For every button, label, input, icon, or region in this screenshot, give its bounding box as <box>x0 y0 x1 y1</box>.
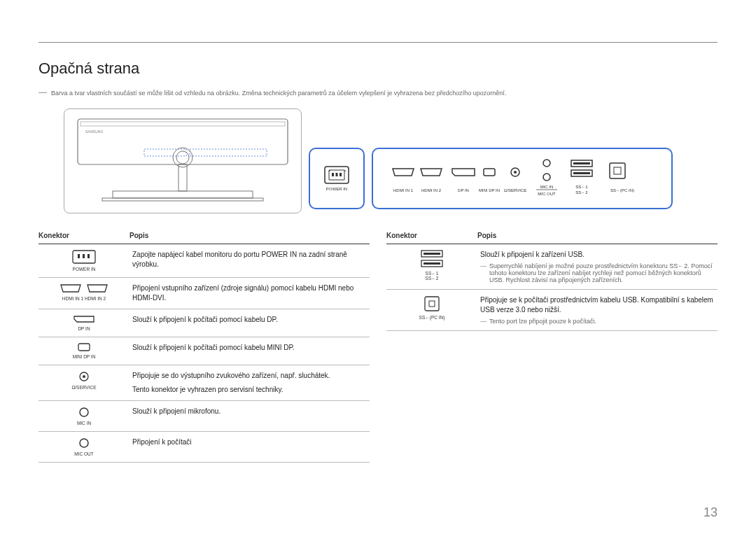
conn-desc2: Tento konektor je vyhrazen pro servisní … <box>132 385 367 395</box>
conn-desc: Připojuje se k počítači prostřednictvím … <box>480 295 715 315</box>
conn-desc: Slouží k připojení k počítači pomocí kab… <box>132 315 367 325</box>
usb-a-dual-icon <box>421 250 443 268</box>
svg-text:Ω/SERVICE: Ω/SERVICE <box>504 188 526 192</box>
svg-text:SS←(PC IN): SS←(PC IN) <box>610 188 634 192</box>
usb-b-icon <box>424 295 440 312</box>
svg-rect-1 <box>80 122 285 126</box>
th-popis: Popis <box>130 227 370 244</box>
left-table-col: Konektor Popis POWER IN Zapojte napájecí… <box>38 227 370 463</box>
table-row: SS←(PC IN) Připojuje se k počítači prost… <box>386 290 718 331</box>
table-row: Ω/SERVICE Připojuje se do výstupního zvu… <box>38 365 370 401</box>
power-icon <box>324 166 349 184</box>
mic-out-icon <box>78 437 90 449</box>
right-table-col: Konektor Popis SS←1 SS←2 <box>386 227 718 463</box>
table-row: HDMI IN 1 HDMI IN 2 Připojení vstupního … <box>38 278 370 309</box>
mini-dp-icon <box>78 343 90 351</box>
top-rule <box>38 42 718 43</box>
table-row: MINI DP IN Slouží k připojení k počítači… <box>38 337 370 365</box>
mic-in-icon <box>78 407 90 418</box>
svg-text:DP IN: DP IN <box>458 188 469 192</box>
svg-rect-29 <box>573 162 590 164</box>
svg-point-42 <box>83 375 85 378</box>
disclaimer: Barva a tvar vlastních součástí se může … <box>38 87 718 97</box>
svg-rect-3 <box>144 149 186 156</box>
svg-text:MINI DP IN: MINI DP IN <box>479 188 500 192</box>
svg-rect-30 <box>573 172 590 174</box>
svg-rect-39 <box>88 254 90 258</box>
svg-point-43 <box>80 408 88 416</box>
svg-text:MIC OUT: MIC OUT <box>538 192 556 196</box>
conn-note: Tento port lze připojit pouze k počítači… <box>480 318 715 325</box>
conn-desc: Slouží k připojení k zařízení USB. <box>480 250 715 260</box>
svg-rect-46 <box>424 253 440 255</box>
conn-label: MIC IN <box>41 421 127 426</box>
table-row: POWER IN Zapojte napájecí kabel monitoru… <box>38 244 370 278</box>
conn-desc: Připojení vstupního zařízení (zdroje sig… <box>132 283 367 303</box>
svg-rect-17 <box>484 169 495 176</box>
conn-label: MIC OUT <box>41 451 127 456</box>
svg-point-6 <box>176 151 189 164</box>
conn-label: SS←(PC IN) <box>389 315 475 320</box>
svg-text:MIC IN: MIC IN <box>540 185 554 189</box>
connectors-table-right: Konektor Popis SS←1 SS←2 <box>386 227 718 331</box>
power-label: POWER IN <box>326 187 347 191</box>
power-port-diagram: POWER IN <box>309 148 365 209</box>
svg-point-23 <box>543 174 550 181</box>
svg-rect-38 <box>83 254 85 258</box>
page-number: 13 <box>704 505 718 520</box>
svg-rect-48 <box>424 262 440 265</box>
connectors-table-left: Konektor Popis POWER IN Zapojte napájecí… <box>38 227 370 463</box>
conn-desc: Připojení k počítači <box>132 437 367 447</box>
svg-point-44 <box>80 439 88 447</box>
svg-point-20 <box>514 171 517 174</box>
table-row: DP IN Slouží k připojení k počítači pomo… <box>38 309 370 337</box>
diagram-row: SAMSUNG POWER IN HDMI IN 1 <box>64 108 718 213</box>
section-title: Opačná strana <box>38 59 718 78</box>
hdmi-icon <box>59 283 108 293</box>
svg-rect-9 <box>102 198 263 201</box>
th-popis: Popis <box>477 227 718 244</box>
svg-point-22 <box>543 160 550 167</box>
svg-rect-33 <box>610 163 625 178</box>
ports-svg: HDMI IN 1 HDMI IN 2 DP IN MINI DP IN Ω/S… <box>379 153 666 204</box>
th-konektor: Konektor <box>38 227 130 244</box>
monitor-svg: SAMSUNG <box>74 115 291 206</box>
conn-label: DP IN <box>41 326 127 331</box>
tables-row: Konektor Popis POWER IN Zapojte napájecí… <box>38 227 718 463</box>
svg-rect-34 <box>614 167 621 174</box>
power-socket-icon <box>72 250 96 264</box>
svg-text:HDMI IN 1: HDMI IN 1 <box>393 188 414 192</box>
svg-rect-50 <box>429 301 435 307</box>
svg-text:SS←2: SS←2 <box>575 190 588 195</box>
conn-label: MINI DP IN <box>41 354 127 359</box>
conn-desc: Slouží k připojení k počítači pomocí kab… <box>132 343 367 353</box>
svg-rect-4 <box>190 149 267 156</box>
conn-label: HDMI IN 1 HDMI IN 2 <box>41 296 127 301</box>
svg-rect-40 <box>78 344 90 351</box>
svg-rect-12 <box>336 173 338 176</box>
disclaimer-text: Barva a tvar vlastních součástí se může … <box>51 90 506 97</box>
conn-desc: Připojuje se do výstupního zvukového zař… <box>132 371 367 381</box>
conn-label: POWER IN <box>41 267 127 272</box>
conn-label: Ω/SERVICE <box>41 385 127 390</box>
dp-icon <box>73 315 95 323</box>
table-row: MIC OUT Připojení k počítači <box>38 432 370 463</box>
svg-text:HDMI IN 2: HDMI IN 2 <box>421 188 442 192</box>
svg-text:SAMSUNG: SAMSUNG <box>85 129 103 134</box>
monitor-rear-diagram: SAMSUNG <box>64 108 302 213</box>
conn-desc: Slouží k připojení mikrofonu. <box>132 407 367 416</box>
svg-rect-7 <box>178 164 187 191</box>
svg-rect-13 <box>340 173 342 176</box>
svg-text:SS←1: SS←1 <box>575 185 588 189</box>
svg-rect-8 <box>113 191 253 198</box>
th-konektor: Konektor <box>386 227 477 244</box>
ports-diagram: HDMI IN 1 HDMI IN 2 DP IN MINI DP IN Ω/S… <box>372 148 673 209</box>
svg-rect-11 <box>332 173 334 176</box>
svg-rect-37 <box>78 254 80 258</box>
svg-rect-49 <box>425 297 439 311</box>
audio-jack-icon <box>78 371 90 382</box>
table-row: SS←1 SS←2 Slouží k připojení k zařízení … <box>386 244 718 290</box>
conn-label: SS←1 SS←2 <box>389 271 475 281</box>
conn-desc: Zapojte napájecí kabel monitoru do portu… <box>132 250 367 269</box>
conn-note: Superrychlé nabíjení je možné pouze pros… <box>480 262 715 283</box>
